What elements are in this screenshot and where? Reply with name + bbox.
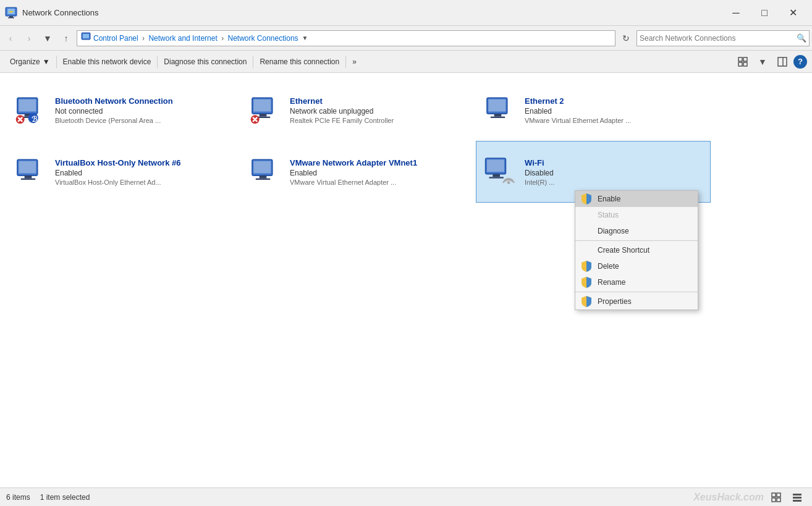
window-title: Network Connections (22, 8, 722, 17)
watermark: XeusHack.com (693, 492, 764, 503)
rename-button[interactable]: Rename this connection (255, 53, 344, 71)
diagnose-button[interactable]: Diagnose this connection (159, 53, 252, 71)
enable-device-button[interactable]: Enable this network device (58, 53, 156, 71)
svg-rect-9 (738, 57, 742, 61)
svg-rect-13 (778, 57, 787, 66)
network-item-ethernet2[interactable]: Ethernet 2 Enabled VMware Virtual Ethern… (476, 79, 711, 141)
svg-rect-33 (494, 114, 502, 117)
organize-button[interactable]: Organize ▼ (5, 53, 55, 71)
network-status-ethernet: Network cable unplugged (290, 107, 394, 116)
network-item-bluetooth[interactable]: ℬ Bluetooth Network Connection Not conne… (6, 79, 241, 141)
svg-rect-10 (743, 57, 747, 61)
view-dropdown-button[interactable]: ▼ (754, 54, 771, 70)
svg-point-4 (11, 11, 12, 12)
forward-button[interactable]: › (21, 30, 37, 46)
svg-rect-40 (253, 161, 271, 174)
toolbar-separator-3 (253, 56, 253, 68)
minimize-button[interactable]: ─ (722, 4, 750, 22)
network-info-virtualbox: VirtualBox Host-Only Network #6 Enabled … (55, 158, 180, 186)
address-box[interactable]: Control Panel › Network and Internet › N… (77, 30, 615, 46)
svg-rect-34 (491, 117, 505, 118)
ctx-item-enable[interactable]: Enable (575, 191, 698, 207)
ctx-item-properties[interactable]: Properties (575, 293, 698, 310)
shield-icon (580, 295, 593, 308)
ctx-label-delete: Delete (598, 262, 619, 271)
help-button[interactable]: ? (793, 55, 807, 69)
ctx-label-diagnose: Diagnose (598, 227, 629, 235)
ctx-label-properties: Properties (598, 297, 632, 306)
network-status-wifi: Disabled (525, 169, 554, 177)
network-item-vmware[interactable]: VMware Network Adapter VMnet1 Enabled VM… (241, 141, 476, 203)
network-icon-ethernet2 (483, 92, 518, 128)
context-menu: EnableStatusDiagnoseCreate Shortcut Dele… (575, 190, 698, 310)
ctx-label-status: Status (598, 211, 619, 219)
svg-point-47 (507, 181, 510, 184)
ctx-label-rename: Rename (598, 278, 625, 287)
toolbar-separator-2 (157, 56, 158, 68)
status-list-view-button[interactable] (789, 489, 806, 505)
network-item-ethernet[interactable]: Ethernet Network cable unplugged Realtek… (241, 79, 476, 141)
search-box[interactable]: 🔍 (636, 30, 810, 46)
close-button[interactable]: ✕ (779, 4, 807, 22)
network-icon-virtualbox (13, 154, 49, 190)
svg-rect-12 (743, 62, 747, 66)
svg-rect-53 (793, 497, 801, 499)
toolbar-separator-4 (345, 56, 346, 68)
svg-rect-49 (777, 493, 780, 497)
address-bar: ‹ › ▼ ↑ Control Panel › Network and Inte… (0, 26, 812, 51)
dropdown-button[interactable]: ▼ (40, 30, 56, 46)
toolbar-separator-1 (56, 56, 57, 68)
network-info-ethernet: Ethernet Network cable unplugged Realtek… (290, 96, 394, 124)
svg-rect-3 (8, 17, 14, 19)
svg-rect-8 (83, 34, 89, 38)
svg-rect-32 (488, 99, 505, 112)
network-info-bluetooth: Bluetooth Network Connection Not connect… (55, 96, 173, 124)
svg-rect-26 (260, 114, 267, 117)
network-adapter-bluetooth: Bluetooth Device (Personal Area ... (55, 117, 173, 124)
ctx-item-diagnose[interactable]: Diagnose (575, 223, 698, 239)
address-icon (81, 32, 91, 44)
change-view-button[interactable] (734, 54, 751, 70)
network-adapter-ethernet: Realtek PCIe FE Family Controller (290, 117, 394, 124)
ctx-item-create_shortcut[interactable]: Create Shortcut (575, 242, 698, 258)
svg-rect-51 (777, 498, 780, 502)
svg-rect-44 (487, 159, 504, 172)
network-icon-wifi (483, 154, 518, 190)
up-button[interactable]: ↑ (58, 30, 74, 46)
ctx-item-rename[interactable]: Rename (575, 274, 698, 290)
items-count: 6 items (6, 493, 30, 502)
network-icon-vmware (248, 154, 284, 190)
network-status-vmware: Enabled (290, 169, 417, 177)
network-name-virtualbox: VirtualBox Host-Only Network #6 (55, 158, 180, 167)
svg-rect-37 (25, 175, 32, 179)
network-status-bluetooth: Not connected (55, 107, 173, 116)
maximize-button[interactable]: □ (750, 4, 779, 22)
svg-rect-16 (19, 99, 36, 112)
toolbar-right: ▼ ? (734, 54, 807, 70)
ctx-separator-after-rename (575, 292, 698, 292)
svg-rect-11 (738, 62, 742, 66)
shield-icon (580, 260, 593, 272)
svg-rect-50 (772, 498, 776, 502)
preview-pane-button[interactable] (774, 54, 791, 70)
svg-rect-46 (489, 177, 504, 178)
svg-rect-52 (793, 494, 801, 495)
network-adapter-wifi: Intel(R) ... (525, 179, 554, 186)
svg-rect-25 (253, 99, 271, 112)
svg-rect-36 (19, 161, 36, 174)
svg-rect-45 (493, 174, 500, 177)
more-button[interactable]: » (347, 53, 362, 71)
search-input[interactable] (640, 34, 797, 43)
refresh-button[interactable]: ↻ (618, 30, 634, 46)
ctx-item-delete[interactable]: Delete (575, 258, 698, 274)
svg-rect-2 (9, 16, 13, 17)
network-item-virtualbox[interactable]: VirtualBox Host-Only Network #6 Enabled … (6, 141, 241, 203)
network-name-ethernet: Ethernet (290, 96, 394, 106)
svg-rect-41 (260, 175, 267, 179)
back-button[interactable]: ‹ (2, 30, 19, 46)
network-status-virtualbox: Enabled (55, 169, 180, 177)
status-grid-view-button[interactable] (768, 489, 785, 505)
search-icon: 🔍 (797, 33, 806, 43)
address-dropdown-icon[interactable]: ▼ (301, 35, 310, 41)
organize-dropdown-icon: ▼ (43, 57, 50, 66)
